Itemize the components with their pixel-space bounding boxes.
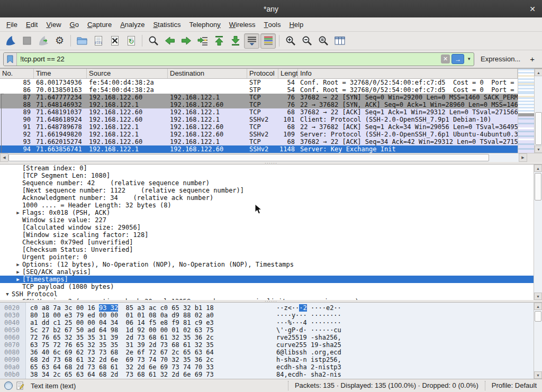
column-header-length[interactable]: Length [278, 69, 298, 78]
reload-file-button[interactable]: ↻ [123, 33, 139, 49]
close-icon[interactable]: ✕ [529, 0, 536, 17]
detail-line[interactable]: [Stream index: 0] [0, 165, 534, 172]
detail-line[interactable]: Checksum: 0x79ed [unverified] [0, 239, 534, 246]
scroll-thumb[interactable] [535, 112, 542, 145]
profile-text[interactable]: Profile: Default [485, 381, 538, 390]
menu-edit[interactable]: Edit [22, 17, 42, 31]
packet-row-89[interactable]: 8971.648191037192.168.122.60192.168.122.… [0, 108, 518, 116]
packet-row-85[interactable]: 8568.001734936fe:54:00:d4:38:2aSTP54Conf… [0, 79, 518, 86]
column-header-destination[interactable]: Destination [168, 69, 247, 78]
detail-line[interactable]: Sequence number: 42 (relative sequence n… [0, 179, 534, 187]
colorize-button[interactable] [260, 33, 276, 49]
save-file-button[interactable]: 0101 [91, 33, 106, 49]
title-bar[interactable]: *any ✕ [0, 0, 542, 17]
scroll-thumb[interactable] [535, 173, 541, 200]
packet-list-vscrollbar[interactable]: ▲ ▼ [534, 69, 542, 153]
packet-row-90[interactable]: 9071.648618924192.168.122.60192.168.122.… [0, 116, 518, 123]
hex-row-0030[interactable]: 003080 18 00 e3 79 ed 00 00 01 01 08 0a … [0, 312, 534, 319]
last-packet-button[interactable] [228, 33, 243, 49]
filter-apply-button[interactable]: → [451, 54, 464, 64]
column-header-time[interactable]: Time [34, 69, 87, 78]
menu-tools[interactable]: Tools [260, 17, 285, 31]
add-filter-button[interactable]: + [526, 54, 539, 63]
detail-line[interactable]: [TCP Segment Len: 1080] [0, 172, 534, 179]
find-packet-button[interactable] [146, 33, 161, 49]
detail-line[interactable]: ▶Options: (12 bytes), No-Operation (NOP)… [0, 261, 534, 268]
menu-file[interactable]: File [2, 17, 22, 31]
hex-row-0070[interactable]: 007063 75 72 76 65 32 35 35 31 39 2d 73 … [0, 341, 534, 349]
scroll-down-icon[interactable]: ▼ [535, 145, 542, 153]
hex-row-0090[interactable]: 009068 2d 73 68 61 32 2d 6e 69 73 74 70 … [0, 356, 534, 363]
hex-row-0050[interactable]: 00505c 27 b2 67 50 ad 64 98 1d 92 00 00 … [0, 326, 534, 334]
packet-row-91[interactable]: 9171.648789678192.168.122.1192.168.122.6… [0, 123, 518, 131]
scroll-down-icon[interactable]: ▼ [534, 371, 542, 379]
menu-go[interactable]: Go [66, 17, 83, 31]
menu-view[interactable]: View [42, 17, 65, 31]
hex-row-00b0[interactable]: 00b038 34 2c 65 63 64 68 2d 73 68 61 32 … [0, 371, 534, 378]
detail-line[interactable]: [Window size scaling factor: 128] [0, 231, 534, 239]
capture-options-button[interactable]: ⚙ [52, 33, 67, 49]
packet-row-88[interactable]: 8871.648146932192.168.122.1192.168.122.6… [0, 101, 518, 108]
zoom-in-button[interactable] [283, 33, 298, 49]
expander-right-icon[interactable]: ▶ [14, 209, 22, 216]
column-header-info[interactable]: Info [298, 69, 518, 78]
detail-line[interactable]: ▶Flags: 0x018 (PSH, ACK) [0, 209, 534, 216]
expander-right-icon[interactable]: ▶ [14, 261, 22, 268]
packet-row-93[interactable]: 9371.662015274192.168.122.60192.168.122.… [0, 138, 518, 145]
detail-line[interactable]: 1000 .... = Header Length: 32 bytes (8) [0, 202, 534, 209]
next-packet-button[interactable] [178, 33, 194, 49]
hex-row-0040[interactable]: 0040a1 dd c1 25 00 00 04 34 06 14 f5 e8 … [0, 319, 534, 326]
menu-wireless[interactable]: Wireless [225, 17, 260, 31]
column-header-no[interactable]: No. [0, 69, 34, 78]
packet-minimap[interactable] [518, 69, 534, 153]
hex-row-0080[interactable]: 008036 40 6c 69 62 73 73 68 2e 6f 72 67 … [0, 349, 534, 356]
expression-button[interactable]: Expression... [481, 55, 520, 63]
expander-right-icon[interactable]: ▶ [14, 268, 22, 276]
menu-help[interactable]: Help [285, 17, 308, 31]
detail-line[interactable]: [Checksum Status: Unverified] [0, 246, 534, 253]
packet-list-hscrollbar[interactable]: ◀ ▶ [0, 153, 527, 162]
expander-down-icon[interactable]: ▼ [3, 290, 12, 298]
menu-capture[interactable]: Capture [83, 17, 116, 31]
hex-row-0020[interactable]: 0020c0 a8 7a 3c 00 16 93 32 85 a3 ac c0 … [0, 304, 534, 312]
details-vscrollbar[interactable]: ▲ ▼ [534, 165, 542, 300]
display-filter-input[interactable]: !tcp.port == 22 ✕ → ▼ [3, 52, 474, 66]
detail-line[interactable]: TCP payload (1080 bytes) [0, 283, 534, 290]
scroll-thumb[interactable] [8, 154, 489, 161]
detail-line[interactable]: Urgent pointer: 0 [0, 253, 534, 261]
scroll-up-icon[interactable]: ▲ [534, 165, 542, 172]
hex-row-0060[interactable]: 006072 76 65 32 35 35 31 39 2d 73 68 61 … [0, 334, 534, 341]
menu-telephony[interactable]: Telephony [185, 17, 224, 31]
filter-bookmark-button[interactable] [4, 53, 17, 66]
menu-analyze[interactable]: Analyze [116, 17, 149, 31]
filter-clear-button[interactable]: ✕ [441, 54, 450, 63]
detail-line[interactable]: Window size value: 227 [0, 216, 534, 224]
detail-line[interactable]: [Next sequence number: 1122 (relative se… [0, 187, 534, 194]
close-file-button[interactable] [107, 33, 122, 49]
expander-right-icon[interactable]: ▶ [14, 276, 22, 283]
open-file-button[interactable] [74, 33, 89, 49]
scroll-right-icon[interactable]: ▶ [519, 153, 527, 162]
detail-line[interactable]: ▼SSH Protocol [0, 290, 534, 298]
column-header-protocol[interactable]: Protocol [247, 69, 278, 78]
hex-vscrollbar[interactable]: ▲ ▼ [534, 303, 542, 379]
scroll-left-icon[interactable]: ◀ [0, 153, 8, 162]
stop-capture-button[interactable] [19, 33, 34, 49]
auto-scroll-button[interactable] [244, 33, 259, 49]
packet-row-86[interactable]: 8670.013850163fe:54:00:d4:38:2aSTP54Conf… [0, 86, 518, 94]
scroll-up-icon[interactable]: ▲ [535, 69, 542, 76]
detail-line[interactable]: ▶[Timestamps] [0, 276, 534, 283]
filter-dropdown-icon[interactable]: ▼ [466, 57, 474, 61]
zoom-original-button[interactable] [315, 33, 331, 49]
detail-line[interactable]: ▶[SEQ/ACK analysis] [0, 268, 534, 276]
expert-info-icon[interactable] [4, 381, 13, 390]
packet-row-87[interactable]: 8771.647777234192.168.122.60192.168.122.… [0, 94, 518, 101]
packet-row-94[interactable]: 9471.663856741192.168.122.1192.168.122.6… [0, 145, 518, 153]
packet-row-92[interactable]: 9271.661949820192.168.122.1192.168.122.6… [0, 131, 518, 138]
first-packet-button[interactable] [211, 33, 227, 49]
scroll-thumb[interactable] [535, 311, 541, 322]
capture-comment-icon[interactable] [16, 381, 24, 390]
start-capture-button[interactable] [3, 33, 18, 49]
menu-statistics[interactable]: Statistics [149, 17, 185, 31]
zoom-out-button[interactable] [299, 33, 314, 49]
